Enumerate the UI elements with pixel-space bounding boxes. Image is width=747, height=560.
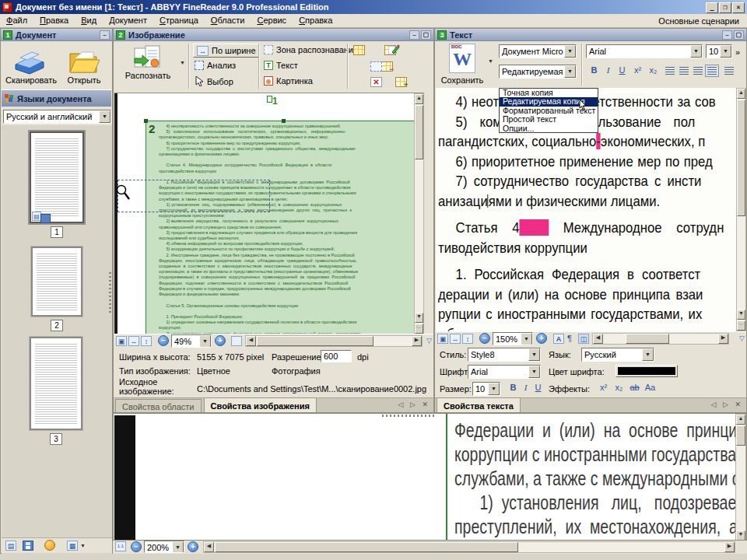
tab-image-properties[interactable]: Свойства изображения xyxy=(204,397,317,413)
scanned-image-view[interactable]: 1 2 4) неотвратимость ответственности за… xyxy=(114,93,424,334)
image-zoom-combo[interactable]: 49%▼ xyxy=(171,334,212,348)
scrollbar-thumb[interactable] xyxy=(626,334,669,344)
scrollbar-thumb[interactable] xyxy=(736,425,745,446)
panel-maximize-icon[interactable]: ▢ xyxy=(421,30,431,40)
collapse-chevron-icon[interactable]: ﹀ xyxy=(737,320,745,331)
add-table-part-icon[interactable]: + xyxy=(395,77,407,87)
zoom-horizontal-scrollbar[interactable]: ◀ ▶ xyxy=(203,541,735,553)
subscript-effect-button[interactable]: x₂ xyxy=(612,382,626,394)
font-color-swatch[interactable] xyxy=(615,365,678,377)
document-language-combo[interactable]: Русский и английский ▼ xyxy=(3,110,111,124)
image-horizontal-scrollbar[interactable]: ◀ ▶ xyxy=(245,335,423,347)
zoom-out-icon[interactable]: − xyxy=(131,541,142,552)
font-family-combo[interactable]: Arial▼ xyxy=(586,44,703,58)
chevron-down-icon[interactable]: ▼ xyxy=(528,348,540,361)
menu-Сервис[interactable]: Сервис xyxy=(251,14,293,27)
menu-Справка[interactable]: Справка xyxy=(293,14,338,27)
save-mode-combo[interactable]: Редактируемая▼ xyxy=(499,65,577,79)
scroll-left-icon[interactable]: ◀ xyxy=(204,542,214,552)
edit-zones-icon[interactable] xyxy=(388,44,400,55)
zone-handle[interactable] xyxy=(144,119,148,123)
text-horizontal-scrollbar[interactable]: ◀ ▶ xyxy=(592,333,729,345)
thumbnail-view-icon[interactable]: ▦ xyxy=(67,541,78,551)
smallcaps-effect-button[interactable]: Aa xyxy=(644,382,657,394)
font-color-icon[interactable]: A xyxy=(553,334,564,344)
chevron-down-icon[interactable]: ▼ xyxy=(99,110,110,123)
chevron-down-icon[interactable]: ▼ xyxy=(642,348,654,361)
chevron-down-icon[interactable]: ▼ xyxy=(199,335,211,348)
menu-Страница[interactable]: Страница xyxy=(153,14,205,27)
splitter-handle[interactable] xyxy=(382,415,437,417)
zoom-in-icon[interactable]: + xyxy=(536,333,547,344)
fit-page-icon[interactable]: ▣ xyxy=(116,336,127,346)
menu-Вид[interactable]: Вид xyxy=(75,14,103,27)
scrollbar-thumb[interactable] xyxy=(415,105,423,159)
font-size-combo[interactable]: 10▼ xyxy=(706,44,732,58)
fit-width-icon[interactable]: ↔ xyxy=(128,336,139,346)
toolbar-overflow-icon[interactable]: » xyxy=(735,47,740,57)
zoom-window-icon[interactable] xyxy=(231,336,242,346)
fit-height-icon[interactable]: ↕ xyxy=(462,334,473,344)
tab-area-properties[interactable]: Свойства области xyxy=(115,399,202,414)
panel-minimize-icon[interactable]: – xyxy=(722,30,732,40)
zoom-vertical-scrollbar[interactable]: ▲ ▼ xyxy=(735,414,746,541)
chevron-down-icon[interactable]: ▼ xyxy=(564,65,576,78)
tab-nav-icons[interactable]: ◁ ▷ ✕ xyxy=(711,401,743,408)
zoom-window-zoom-combo[interactable]: 200%▼ xyxy=(144,541,184,553)
italic-button[interactable]: I xyxy=(519,382,532,394)
menu-main-scenarios[interactable]: Основные сценарии xyxy=(658,16,747,26)
chevron-down-icon[interactable]: ▼ xyxy=(180,60,185,65)
page-view-icon[interactable]: ▤ xyxy=(5,541,16,551)
thumbnail-label-1[interactable]: 1 xyxy=(51,226,63,238)
page-thumbnail-1[interactable]: ▤ xyxy=(30,131,84,223)
fit-height-icon[interactable]: ↕ xyxy=(141,336,152,346)
analyze-tool[interactable]: Анализ xyxy=(195,61,236,70)
scrollbar-thumb[interactable] xyxy=(737,100,745,216)
scroll-up-icon[interactable]: ▲ xyxy=(737,89,745,99)
select-tool[interactable]: Выбор xyxy=(195,76,233,86)
strikethrough-effect-button[interactable]: ab xyxy=(628,382,641,394)
chevron-down-icon[interactable]: ▼ xyxy=(690,45,702,58)
align-left-icon[interactable] xyxy=(665,67,675,75)
bold-button[interactable]: B xyxy=(587,65,601,77)
save-pages-icon[interactable] xyxy=(23,541,33,551)
thumbnail-label-2[interactable]: 2 xyxy=(51,320,63,331)
selection-rectangle[interactable] xyxy=(117,180,270,212)
align-right-icon[interactable] xyxy=(693,67,703,75)
scrollbar-thumb[interactable] xyxy=(257,336,374,346)
actual-size-icon[interactable]: 1:1 xyxy=(115,541,126,551)
italic-button[interactable]: I xyxy=(601,65,615,77)
thumbnail-label-3[interactable]: 3 xyxy=(50,433,62,445)
scroll-down-icon[interactable]: ▼ xyxy=(415,313,423,323)
scroll-down-icon[interactable]: ▼ xyxy=(737,310,745,320)
scroll-up-icon[interactable]: ▲ xyxy=(736,415,745,425)
style-combo[interactable]: Style8▼ xyxy=(468,348,541,362)
menu-Правка[interactable]: Правка xyxy=(33,14,75,27)
panel-splitter-handle[interactable] xyxy=(109,272,111,313)
recognition-zone-tool[interactable]: Зона распознавания xyxy=(264,45,358,54)
scrollbar-thumb[interactable] xyxy=(215,542,518,552)
underline-button[interactable]: U xyxy=(531,382,545,394)
chevron-down-icon[interactable]: ▼ xyxy=(488,58,493,64)
page-thumbnail-2[interactable] xyxy=(31,247,82,317)
recognition-zone[interactable]: 2 4) неотвратимость ответственности за с… xyxy=(146,121,422,334)
menu-Документ[interactable]: Документ xyxy=(103,14,153,27)
picture-zone-tool[interactable]: Картинка xyxy=(264,76,313,86)
page-thumbnail-3[interactable] xyxy=(30,337,82,430)
text-zoom-combo[interactable]: 150%▼ xyxy=(493,332,533,345)
collapse-chevron-icon[interactable]: ﹀ xyxy=(415,324,423,334)
gear-icon[interactable] xyxy=(44,540,55,551)
chevron-down-icon[interactable]: ▼ xyxy=(172,541,184,553)
dropdown-item-5[interactable]: Опции... xyxy=(500,124,598,133)
superscript-button[interactable]: x² xyxy=(631,65,644,77)
panel-minimize-icon[interactable]: – xyxy=(409,30,419,40)
save-button[interactable]: DOC W Сохранить xyxy=(438,43,486,86)
panel-minimize-icon[interactable]: – xyxy=(100,30,110,40)
delete-zone-icon[interactable]: ✕ xyxy=(370,77,382,87)
subscript-button[interactable]: x₂ xyxy=(647,65,660,77)
chevron-down-icon[interactable]: ▼ xyxy=(564,45,576,58)
image-vertical-scrollbar[interactable]: ▲ ▼ ﹀ xyxy=(414,93,424,334)
save-format-combo[interactable]: Документ Micro▼ xyxy=(499,44,577,58)
minimize-button[interactable]: _ xyxy=(706,2,718,13)
scroll-right-icon[interactable]: ▶ xyxy=(724,542,735,552)
